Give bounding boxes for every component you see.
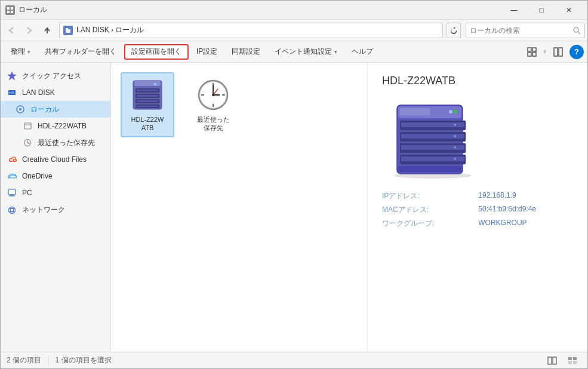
sidebar-item-lan-disk[interactable]: LAN DISK (1, 84, 110, 101)
svg-marker-15 (8, 72, 16, 80)
window-title: ローカル (19, 5, 500, 15)
mac-label: MACアドレス: (382, 205, 471, 215)
sidebar-item-creative-cloud[interactable]: Cc Creative Cloud Files (1, 151, 110, 168)
svg-rect-59 (400, 108, 430, 115)
sidebar-item-network[interactable]: ネットワーク (1, 201, 110, 218)
status-bar: 2 個の項目 │ 1 個の項目を選択 (1, 352, 587, 368)
svg-point-60 (449, 110, 452, 113)
svg-point-72 (454, 146, 456, 149)
event-arrow: ▾ (334, 49, 337, 55)
svg-point-31 (11, 207, 14, 214)
svg-point-70 (454, 124, 456, 126)
up-button[interactable] (39, 22, 56, 39)
hdl-file-label: HDL-Z22WATB (131, 115, 164, 133)
file-item-hdl[interactable]: HDL-Z22WATB (121, 72, 174, 137)
open-shared-button[interactable]: 共有フォルダーを開く (38, 44, 123, 60)
help-label: ヘルプ (352, 47, 373, 57)
sidebar-item-onedrive[interactable]: OneDrive (1, 168, 110, 184)
svg-point-45 (155, 84, 156, 85)
main-area: クイック アクセス LAN DISK (1, 63, 587, 352)
svg-rect-13 (554, 48, 558, 56)
hdl-icon (22, 121, 33, 131)
svg-point-71 (454, 135, 456, 137)
svg-rect-79 (568, 361, 572, 364)
status-right (543, 353, 581, 368)
pc-icon (7, 187, 17, 198)
sidebar-item-quick-access-label: クイック アクセス (22, 71, 81, 81)
svg-rect-9 (528, 48, 531, 51)
mac-value: 50:41:b9:6d:d9:4e (478, 205, 573, 213)
quick-access-icon (7, 70, 17, 81)
maximize-button[interactable]: □ (528, 1, 555, 20)
recent-file-icon (192, 77, 234, 113)
svg-rect-3 (11, 11, 13, 13)
search-box[interactable] (466, 23, 585, 38)
event-notify-button[interactable]: イベント通知設定 ▾ (268, 44, 344, 60)
selected-count: 1 個の項目を選択 (56, 355, 112, 365)
status-list-view-button[interactable] (543, 353, 561, 368)
network-icon (7, 204, 17, 215)
address-path[interactable]: LAN DISK › ローカル (59, 23, 443, 38)
refresh-button[interactable] (447, 23, 461, 38)
view-list-button[interactable] (549, 44, 567, 60)
ip-settings-button[interactable]: IP設定 (190, 44, 224, 60)
creative-cloud-icon: Cc (7, 154, 17, 165)
nas-device-svg (127, 78, 168, 112)
svg-rect-41 (137, 95, 158, 97)
help-button[interactable]: ヘルプ (345, 44, 380, 60)
svg-rect-21 (24, 123, 31, 129)
lan-disk-icon (7, 87, 17, 98)
sidebar-item-hdl-label: HDL-Z22WATB (38, 122, 87, 130)
file-item-recent[interactable]: 最近使った保存先 (186, 72, 240, 137)
svg-point-73 (454, 158, 456, 160)
device-image-svg (382, 99, 484, 180)
sidebar: クイック アクセス LAN DISK (1, 63, 111, 352)
back-button[interactable] (3, 22, 20, 39)
status-separator: │ (46, 356, 51, 365)
help-circle-button[interactable]: ? (569, 45, 584, 59)
svg-rect-0 (7, 7, 10, 10)
ip-settings-label: IP設定 (196, 47, 217, 57)
svg-rect-10 (532, 48, 536, 51)
svg-rect-27 (8, 189, 16, 195)
sidebar-item-pc[interactable]: PC (1, 184, 110, 201)
sidebar-item-pc-label: PC (22, 189, 32, 197)
svg-line-8 (578, 32, 580, 34)
svg-rect-78 (573, 357, 577, 360)
address-bar: LAN DISK › ローカル (1, 20, 587, 41)
sidebar-item-hdl[interactable]: HDL-Z22WATB (1, 118, 110, 134)
window-controls: — □ ✕ (500, 1, 583, 20)
sidebar-item-quick-access[interactable]: クイック アクセス (1, 67, 110, 84)
help-symbol: ? (574, 47, 579, 56)
sync-settings-button[interactable]: 同期設定 (225, 44, 267, 60)
search-input[interactable] (470, 26, 572, 35)
toolbar: 整理 ▾ 共有フォルダーを開く 設定画面を開く IP設定 同期設定 イベント通知… (1, 41, 587, 63)
sidebar-item-creative-cloud-label: Creative Cloud Files (22, 155, 87, 164)
sidebar-item-recent-label: 最近使った保存先 (38, 138, 95, 148)
workgroup-value: WORKGROUP (478, 219, 573, 227)
title-bar: ローカル — □ ✕ (1, 1, 587, 20)
detail-pane: HDL-Z22WATB (368, 63, 587, 352)
close-button[interactable]: ✕ (555, 1, 583, 20)
sidebar-item-lan-disk-label: LAN DISK (22, 88, 55, 97)
svg-rect-11 (528, 53, 531, 56)
sidebar-item-local-label: ローカル (30, 104, 59, 115)
forward-button[interactable] (21, 22, 38, 39)
file-grid: HDL-Z22WATB (121, 72, 358, 137)
svg-line-25 (27, 143, 29, 144)
minimize-button[interactable]: — (500, 1, 528, 20)
settings-button[interactable]: 設定画面を開く (124, 44, 189, 60)
svg-point-17 (9, 92, 10, 93)
svg-rect-1 (11, 7, 13, 10)
window-icon (5, 5, 15, 15)
sidebar-item-recent[interactable]: 最近使った保存先 (1, 134, 110, 151)
sidebar-item-local[interactable]: ローカル (1, 101, 110, 118)
onedrive-icon (7, 171, 17, 182)
svg-rect-42 (137, 100, 158, 102)
view-grid-button[interactable] (523, 44, 541, 60)
svg-rect-18 (11, 91, 14, 94)
search-icon (572, 26, 581, 35)
status-grid-view-button[interactable] (564, 353, 581, 368)
organize-button[interactable]: 整理 ▾ (4, 44, 37, 60)
file-pane: HDL-Z22WATB (111, 63, 368, 352)
